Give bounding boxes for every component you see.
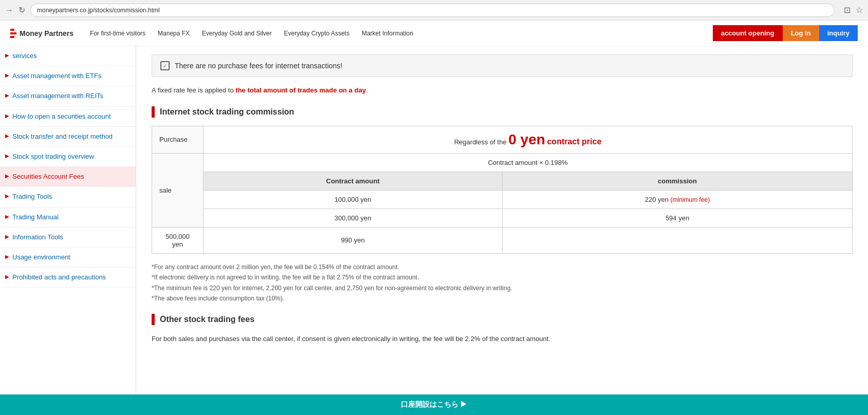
browser-chrome: → ↻ ⊡ ☆	[0, 0, 868, 21]
intro-text-part2: .	[366, 86, 368, 94]
nav-link-market-info[interactable]: Market Information	[356, 21, 419, 46]
col-header-amount: Contract amount	[204, 172, 503, 190]
sidebar-item-reit[interactable]: ▶ Asset management with REITs	[0, 86, 136, 106]
nav-buttons: account opening Log in inquiry	[713, 25, 858, 41]
sidebar-link-usage-env[interactable]: Usage environment	[12, 253, 70, 262]
nav-link-manepa-fx[interactable]: Manepa FX	[152, 21, 196, 46]
section2-bar-icon	[152, 314, 155, 325]
nav-link-gold-silver[interactable]: Everyday Gold and Silver	[196, 21, 278, 46]
table-row-headers: Contract amount commission	[152, 172, 853, 190]
note-2: *If electronic delivery is not agreed to…	[152, 272, 853, 282]
section-bar-icon	[152, 106, 155, 118]
intro-paragraph: A fixed rate fee is applied to the total…	[152, 85, 853, 96]
notice-text: There are no purchase fees for internet …	[175, 62, 342, 70]
bottom-cta-bar[interactable]: 口座開設はこちら ▶	[0, 394, 868, 415]
sidebar-link-reit[interactable]: Asset management with REITs	[12, 91, 103, 101]
note-1: *For any contract amount over 2 million …	[152, 262, 853, 272]
zero-yen-value: 0 yen	[508, 131, 545, 147]
arrow-icon: ▶	[5, 113, 9, 119]
other-fees-text: For both sales and purchases via the cal…	[152, 333, 853, 345]
amount-500k: 500,000 yen	[152, 227, 204, 253]
note-3: *The minimum fee is 220 yen for internet…	[152, 283, 853, 293]
table-row-100k: 100,000 yen 220 yen (minimum fee)	[152, 190, 853, 209]
sidebar-item-stock-transfer[interactable]: ▶ Stock transfer and receipt method	[0, 127, 136, 147]
notice-box: ✓ There are no purchase fees for interne…	[152, 54, 853, 77]
back-button[interactable]: →	[5, 6, 13, 15]
arrow-icon: ▶	[5, 254, 9, 259]
arrow-icon: ▶	[5, 173, 9, 179]
sidebar-item-usage-env[interactable]: ▶ Usage environment	[0, 248, 136, 268]
min-fee-label: (minimum fee)	[671, 196, 710, 203]
sidebar-item-trading-tools[interactable]: ▶ Trading Tools	[0, 187, 136, 207]
arrow-icon: ▶	[5, 153, 9, 159]
sidebar-link-spot-trading[interactable]: Stock spot trading overview	[12, 152, 94, 161]
sidebar-link-services[interactable]: services	[12, 51, 37, 61]
bookmark-icon[interactable]: ☆	[856, 5, 863, 15]
table-row-300k: 300,000 yen 594 yen	[152, 209, 853, 227]
nav-link-first-time[interactable]: For first-time visitors	[84, 21, 152, 46]
arrow-icon: ▶	[5, 92, 9, 98]
section1-header: Internet stock trading commission	[152, 106, 853, 118]
sidebar-item-spot-trading[interactable]: ▶ Stock spot trading overview	[0, 147, 136, 167]
sidebar-link-open-account[interactable]: How to open a securities account	[12, 112, 111, 121]
arrow-icon: ▶	[5, 72, 9, 78]
sale-label: sale	[152, 153, 204, 227]
sidebar-link-prohibited[interactable]: Prohibited acts and precautions	[12, 273, 106, 282]
sidebar-link-account-fees[interactable]: Securities Account Fees	[12, 172, 84, 181]
section2-title: Other stock trading fees	[160, 315, 254, 324]
sidebar-item-open-account[interactable]: ▶ How to open a securities account	[0, 107, 136, 127]
sidebar-link-trading-tools[interactable]: Trading Tools	[12, 192, 52, 201]
nav-links: For first-time visitors Manepa FX Everyd…	[84, 21, 713, 46]
page-layout: ▶ services ▶ Asset management with ETFs …	[0, 46, 868, 415]
main-content: ✓ There are no purchase fees for interne…	[136, 46, 868, 415]
purchase-label: Purchase	[152, 126, 204, 153]
logo-text: Money Partners	[20, 29, 73, 37]
sidebar-item-info-tools[interactable]: ▶ Information Tools	[0, 228, 136, 248]
translate-icon[interactable]: ⊡	[844, 5, 851, 15]
top-navigation: Money Partners For first-time visitors M…	[0, 21, 868, 46]
sidebar-item-etf[interactable]: ▶ Asset management with ETFs	[0, 66, 136, 86]
table-row-500k: 500,000 yen 990 yen	[152, 227, 853, 253]
purchase-suffix: contract price	[547, 137, 601, 146]
arrow-icon: ▶	[5, 214, 9, 219]
bottom-cta-text: 口座開設はこちら ▶	[401, 400, 468, 409]
sidebar-item-services[interactable]: ▶ services	[0, 46, 136, 66]
arrow-icon: ▶	[5, 133, 9, 139]
purchase-prefix: Regardless of the	[454, 138, 509, 146]
arrow-icon: ▶	[5, 193, 9, 199]
notice-checkbox-icon: ✓	[160, 61, 170, 70]
intro-text-part1: A fixed rate fee is applied to	[152, 86, 235, 94]
browser-icons: ⊡ ☆	[844, 5, 863, 15]
table-row-rate: sale Contract amount × 0.198%	[152, 153, 853, 172]
arrow-icon: ▶	[5, 234, 9, 239]
refresh-button[interactable]: ↻	[19, 5, 25, 15]
commission-value-100k: 220 yen	[645, 196, 669, 203]
logo-bars-icon	[10, 29, 16, 38]
sidebar-link-trading-manual[interactable]: Trading Manual	[12, 213, 59, 222]
account-opening-button[interactable]: account opening	[713, 25, 783, 41]
commission-100k: 220 yen (minimum fee)	[503, 190, 853, 209]
amount-300k: 300,000 yen	[204, 209, 503, 227]
url-bar[interactable]	[30, 4, 835, 17]
table-row-purchase: Purchase Regardless of the 0 yen contrac…	[152, 126, 853, 153]
col-header-commission: commission	[503, 172, 853, 190]
sidebar-link-stock-transfer[interactable]: Stock transfer and receipt method	[12, 132, 113, 141]
sidebar-link-etf[interactable]: Asset management with ETFs	[12, 71, 101, 81]
commission-notes: *For any contract amount over 2 million …	[152, 262, 853, 304]
purchase-value: Regardless of the 0 yen contract price	[204, 126, 853, 153]
note-4: *The above fees include consumption tax …	[152, 293, 853, 304]
sidebar-link-info-tools[interactable]: Information Tools	[12, 233, 63, 242]
inquiry-button[interactable]: inquiry	[819, 25, 858, 41]
nav-link-crypto[interactable]: Everyday Crypto Assets	[278, 21, 356, 46]
section2-header: Other stock trading fees	[152, 314, 853, 325]
sidebar-item-trading-manual[interactable]: ▶ Trading Manual	[0, 208, 136, 228]
sidebar: ▶ services ▶ Asset management with ETFs …	[0, 46, 136, 415]
logo[interactable]: Money Partners	[10, 29, 73, 38]
sidebar-item-prohibited[interactable]: ▶ Prohibited acts and precautions	[0, 268, 136, 288]
intro-highlight: the total amount of trades made on a day	[235, 86, 366, 94]
commission-300k: 594 yen	[503, 209, 853, 227]
login-button[interactable]: Log in	[783, 25, 819, 41]
sidebar-item-account-fees[interactable]: ▶ Securities Account Fees	[0, 167, 136, 187]
arrow-icon: ▶	[5, 52, 9, 58]
contract-rate-text: Contract amount × 0.198%	[204, 153, 853, 172]
